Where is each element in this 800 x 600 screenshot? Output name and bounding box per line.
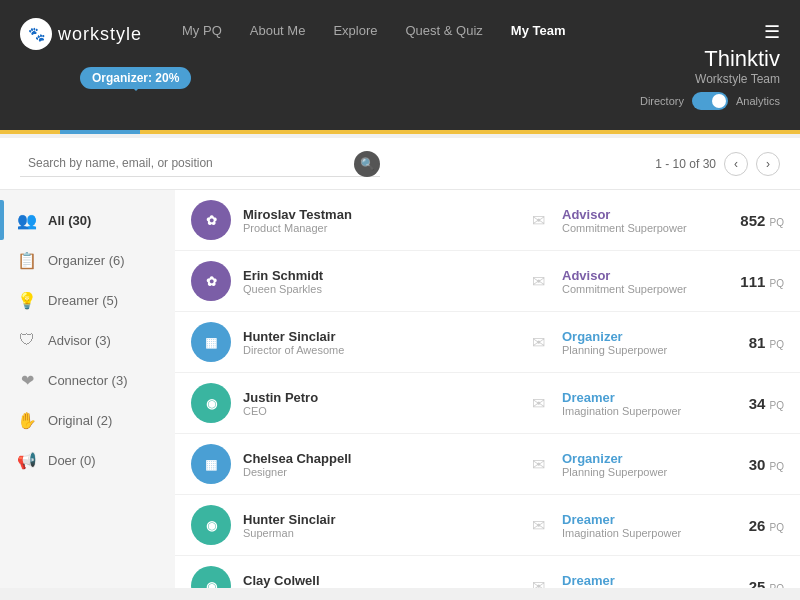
person-name: Justin Petro [243,390,514,405]
sidebar-label-connector: Connector (3) [48,373,127,388]
type-label: Advisor [562,207,712,222]
pq-unit: PQ [770,583,784,589]
sidebar-item-all[interactable]: 👥 All (30) [0,200,175,240]
email-icon[interactable]: ✉ [526,211,550,230]
toggle-analytics-label: Analytics [736,95,780,107]
type-label: Advisor [562,268,712,283]
person-title: Design Guru [243,588,514,589]
nav: My PQ About Me Explore Quest & Quiz My T… [182,23,565,38]
table-row[interactable]: ◉ Justin Petro CEO ✉ Dreamer Imagination… [175,373,800,434]
pq-score: 26 PQ [724,517,784,534]
type-label: Organizer [562,451,712,466]
search-button[interactable]: 🔍 [354,151,380,177]
doer-icon: 📢 [16,449,38,471]
organizer-icon: 📋 [16,249,38,271]
type-superpower: Planning Superpower [562,466,712,478]
avatar: ▦ [191,444,231,484]
type-label: Dreamer [562,512,712,527]
table-row[interactable]: ◉ Clay Colwell Design Guru ✉ Dreamer Ima… [175,556,800,588]
nav-quest[interactable]: Quest & Quiz [405,23,482,38]
people-list: ✿ Miroslav Testman Product Manager ✉ Adv… [175,190,800,588]
person-title: Product Manager [243,222,514,234]
type-label: Organizer [562,329,712,344]
person-info: Erin Schmidt Queen Sparkles [243,268,514,295]
person-info: Hunter Sinclair Superman [243,512,514,539]
sidebar-item-advisor[interactable]: 🛡 Advisor (3) [0,320,175,360]
type-superpower: Commitment Superpower [562,283,712,295]
sidebar: 👥 All (30) 📋 Organizer (6) 💡 Dreamer (5)… [0,190,175,588]
nav-explore[interactable]: Explore [333,23,377,38]
table-row[interactable]: ✿ Miroslav Testman Product Manager ✉ Adv… [175,190,800,251]
table-row[interactable]: ▦ Chelsea Chappell Designer ✉ Organizer … [175,434,800,495]
toggle-directory-label: Directory [640,95,684,107]
search-area: 🔍 1 - 10 of 30 ‹ › [0,138,800,190]
email-icon[interactable]: ✉ [526,333,550,352]
view-toggle-row: Directory Analytics [640,92,780,110]
pq-unit: PQ [770,522,784,533]
email-icon[interactable]: ✉ [526,455,550,474]
person-type: Dreamer Imagination Superpower [562,390,712,417]
pq-unit: PQ [770,400,784,411]
nav-myteam[interactable]: My Team [511,23,566,38]
sidebar-item-original[interactable]: ✋ Original (2) [0,400,175,440]
table-row[interactable]: ▦ Hunter Sinclair Director of Awesome ✉ … [175,312,800,373]
type-superpower: Imagination Superpower [562,588,712,589]
sidebar-item-organizer[interactable]: 📋 Organizer (6) [0,240,175,280]
person-info: Miroslav Testman Product Manager [243,207,514,234]
organizer-badge: Organizer: 20% [80,67,191,89]
pq-score: 81 PQ [724,334,784,351]
sidebar-label-original: Original (2) [48,413,112,428]
sidebar-label-all: All (30) [48,213,91,228]
pq-unit: PQ [770,461,784,472]
pq-unit: PQ [770,339,784,350]
type-superpower: Imagination Superpower [562,527,712,539]
type-superpower: Planning Superpower [562,344,712,356]
table-row[interactable]: ◉ Hunter Sinclair Superman ✉ Dreamer Ima… [175,495,800,556]
person-name: Hunter Sinclair [243,329,514,344]
email-icon[interactable]: ✉ [526,394,550,413]
email-icon[interactable]: ✉ [526,577,550,589]
advisor-icon: 🛡 [16,329,38,351]
person-name: Miroslav Testman [243,207,514,222]
original-icon: ✋ [16,409,38,431]
person-title: CEO [243,405,514,417]
nav-aboutme[interactable]: About Me [250,23,306,38]
logo-text: workstyle [58,24,142,45]
person-name: Erin Schmidt [243,268,514,283]
person-type: Dreamer Imagination Superpower [562,573,712,589]
hamburger-icon[interactable]: ☰ [764,21,780,43]
sidebar-item-connector[interactable]: ❤ Connector (3) [0,360,175,400]
type-superpower: Imagination Superpower [562,405,712,417]
header-bottom: Organizer: 20% Thinktiv Workstyle Team D… [0,46,800,110]
prev-page-button[interactable]: ‹ [724,152,748,176]
avatar: ✿ [191,261,231,301]
table-row[interactable]: ✿ Erin Schmidt Queen Sparkles ✉ Advisor … [175,251,800,312]
next-page-button[interactable]: › [756,152,780,176]
sidebar-item-dreamer[interactable]: 💡 Dreamer (5) [0,280,175,320]
avatar: ▦ [191,322,231,362]
sidebar-label-organizer: Organizer (6) [48,253,125,268]
header: 🐾 workstyle My PQ About Me Explore Quest… [0,0,800,130]
person-name: Chelsea Chappell [243,451,514,466]
pq-score: 30 PQ [724,456,784,473]
nav-mypq[interactable]: My PQ [182,23,222,38]
person-info: Clay Colwell Design Guru [243,573,514,589]
person-name: Clay Colwell [243,573,514,588]
sidebar-label-dreamer: Dreamer (5) [48,293,118,308]
email-icon[interactable]: ✉ [526,516,550,535]
pq-score: 25 PQ [724,578,784,589]
person-type: Dreamer Imagination Superpower [562,512,712,539]
email-icon[interactable]: ✉ [526,272,550,291]
type-label: Dreamer [562,390,712,405]
sidebar-label-doer: Doer (0) [48,453,96,468]
view-toggle[interactable] [692,92,728,110]
company-info: Thinktiv Workstyle Team Directory Analyt… [640,46,780,110]
type-superpower: Commitment Superpower [562,222,712,234]
search-input[interactable] [20,150,380,177]
search-wrap: 🔍 [20,150,380,177]
pq-unit: PQ [770,217,784,228]
sidebar-item-doer[interactable]: 📢 Doer (0) [0,440,175,480]
pagination-text: 1 - 10 of 30 [655,157,716,171]
person-title: Designer [243,466,514,478]
person-info: Chelsea Chappell Designer [243,451,514,478]
